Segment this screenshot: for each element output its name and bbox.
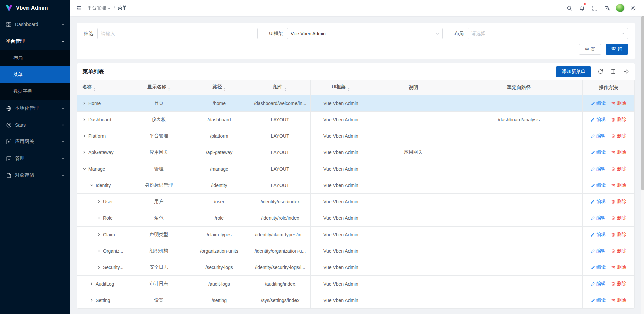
delete-button[interactable]: 删除: [611, 100, 626, 106]
scrollbar-thumb[interactable]: [641, 16, 644, 190]
chevron-right-icon[interactable]: [97, 200, 101, 204]
pencil-icon: [591, 233, 595, 237]
edit-button[interactable]: 编辑: [591, 133, 606, 139]
sidebar-item-platform-management[interactable]: 平台管理: [0, 33, 70, 50]
sidebar-item-localization[interactable]: 本地化管理: [0, 100, 70, 117]
menu-fold-icon[interactable]: [72, 0, 85, 16]
edit-button[interactable]: 编辑: [591, 281, 606, 287]
edit-button[interactable]: 编辑: [591, 182, 606, 188]
sidebar-item-layout[interactable]: 布局: [0, 50, 70, 66]
refresh-icon[interactable]: [598, 69, 604, 75]
settings-gear-icon[interactable]: [627, 0, 639, 16]
column-settings-icon[interactable]: [623, 69, 629, 75]
delete-button[interactable]: 删除: [611, 199, 626, 205]
edit-button[interactable]: 编辑: [591, 248, 606, 254]
trash-icon: [611, 298, 615, 303]
table-row: Platform平台管理/platformLAYOUTVue Vben Admi…: [77, 128, 635, 144]
breadcrumb-platform-management[interactable]: 平台管理: [87, 5, 111, 11]
table-title: 菜单列表: [83, 68, 104, 75]
sort-icons[interactable]: ▲▼: [284, 87, 287, 91]
delete-button[interactable]: 删除: [611, 133, 626, 139]
sidebar-item-management[interactable]: 管理: [0, 150, 70, 167]
chevron-right-icon[interactable]: [90, 282, 94, 286]
chevron-right-icon[interactable]: [97, 265, 101, 269]
sidebar-item-data-dictionary[interactable]: 数据字典: [0, 83, 70, 100]
edit-button[interactable]: 编辑: [591, 149, 606, 155]
delete-button[interactable]: 删除: [611, 281, 626, 287]
gateway-icon: [6, 139, 12, 145]
delete-button[interactable]: 删除: [611, 264, 626, 270]
delete-button[interactable]: 删除: [611, 166, 626, 172]
redirect-path: /dashboard/analysis: [455, 112, 583, 128]
column-header-0[interactable]: 名称▲▼: [77, 80, 129, 95]
localization-icon: [6, 106, 12, 111]
sort-icons[interactable]: ▲▼: [224, 87, 226, 91]
delete-button[interactable]: 删除: [611, 117, 626, 123]
sort-icons[interactable]: ▲▼: [168, 87, 170, 91]
sidebar-item-menu[interactable]: 菜单: [0, 66, 70, 83]
filter-input[interactable]: [97, 28, 258, 39]
vertical-scrollbar[interactable]: [641, 0, 644, 314]
ui-framework: Vue Vben Admin: [311, 227, 371, 243]
column-header-7: 操作方法: [583, 80, 635, 95]
search-icon[interactable]: [563, 0, 576, 16]
add-menu-button[interactable]: 添加新菜单: [556, 66, 591, 77]
edit-button[interactable]: 编辑: [591, 264, 606, 270]
chevron-right-icon[interactable]: [82, 150, 86, 154]
translate-icon[interactable]: [601, 0, 614, 16]
chevron-right-icon[interactable]: [90, 298, 94, 302]
sidebar-item-dashboard[interactable]: Dashboard: [0, 16, 70, 33]
column-header-2[interactable]: 路径▲▼: [189, 80, 250, 95]
path: /manage: [189, 161, 250, 177]
edit-button[interactable]: 编辑: [591, 100, 606, 106]
chevron-right-icon[interactable]: [82, 101, 86, 105]
table-row: Manage管理/manageLAYOUTVue Vben Admin编辑删除: [77, 161, 635, 177]
breadcrumb-root-label: 平台管理: [87, 5, 106, 11]
sort-icons[interactable]: ▲▼: [93, 87, 96, 91]
chevron-right-icon[interactable]: [97, 249, 101, 253]
chevron-right-icon[interactable]: [97, 216, 101, 220]
delete-button[interactable]: 删除: [611, 248, 626, 254]
description: [371, 112, 455, 128]
chevron-down-icon[interactable]: [82, 167, 86, 171]
sidebar-item-app-gateway[interactable]: 应用网关: [0, 133, 70, 150]
delete-button[interactable]: 删除: [611, 149, 626, 155]
edit-button[interactable]: 编辑: [591, 215, 606, 221]
row-height-icon[interactable]: [610, 69, 616, 75]
chevron-right-icon[interactable]: [82, 134, 86, 138]
chevron-right-icon[interactable]: [82, 118, 86, 122]
edit-button[interactable]: 编辑: [591, 199, 606, 205]
edit-button[interactable]: 编辑: [591, 117, 606, 123]
manage-icon: [6, 156, 12, 162]
column-header-3[interactable]: 组件▲▼: [250, 80, 311, 95]
column-header-1[interactable]: 显示名称▲▼: [129, 80, 189, 95]
fullscreen-icon[interactable]: [588, 0, 601, 16]
layout-select[interactable]: 请选择: [468, 28, 628, 39]
edit-button[interactable]: 编辑: [591, 297, 606, 303]
delete-button[interactable]: 删除: [611, 232, 626, 238]
delete-button[interactable]: 删除: [611, 182, 626, 188]
reset-button[interactable]: 重 置: [579, 44, 601, 55]
notification-bell-icon[interactable]: [576, 0, 588, 16]
delete-button[interactable]: 删除: [611, 297, 626, 303]
user-avatar[interactable]: [614, 0, 627, 16]
sort-icons[interactable]: ▲▼: [347, 87, 350, 91]
display-name: 首页: [129, 95, 189, 112]
description: [371, 161, 455, 177]
redirect-path: [455, 177, 583, 194]
redirect-path: [455, 128, 583, 144]
menu-name: Security...: [103, 265, 123, 270]
query-button[interactable]: 查 询: [606, 44, 628, 55]
delete-button[interactable]: 删除: [611, 215, 626, 221]
app-logo[interactable]: Vben Admin: [0, 0, 70, 16]
column-header-4[interactable]: UI框架▲▼: [311, 80, 371, 95]
framework-select[interactable]: Vue Vben Admin: [287, 28, 443, 39]
sidebar-item-saas[interactable]: Saas: [0, 117, 70, 133]
display-name: 组织机构: [129, 243, 189, 259]
chevron-right-icon[interactable]: [97, 233, 101, 237]
sidebar-item-object-storage[interactable]: 对象存储: [0, 167, 70, 184]
chevron-down-icon[interactable]: [90, 183, 94, 187]
edit-button[interactable]: 编辑: [591, 232, 606, 238]
edit-button[interactable]: 编辑: [591, 166, 606, 172]
menu-name: Identity: [96, 183, 111, 188]
